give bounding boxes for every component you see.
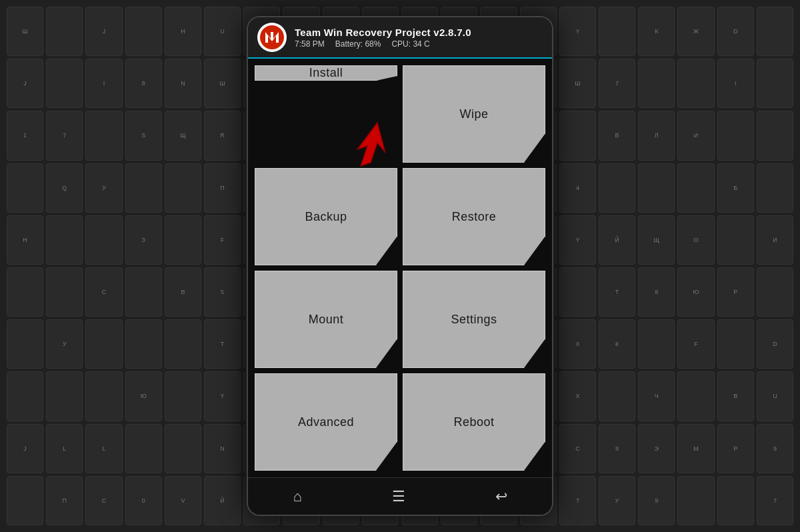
navigation-bar: ⌂ ☰ ↩: [248, 477, 552, 515]
twrp-logo: [257, 23, 287, 52]
advanced-button[interactable]: Advanced: [255, 373, 397, 471]
restore-button[interactable]: Restore: [403, 168, 545, 265]
backup-button[interactable]: Backup: [255, 168, 397, 265]
app-title: Team Win Recovery Project v2.8.7.0: [295, 27, 471, 38]
settings-button[interactable]: Settings: [403, 271, 545, 368]
svg-marker-1: [357, 123, 385, 166]
twrp-info: Team Win Recovery Project v2.8.7.0 7:58 …: [295, 27, 471, 49]
wipe-button[interactable]: Wipe: [403, 65, 545, 163]
red-arrow-cursor: [337, 116, 391, 169]
battery-display: Battery: 68%: [335, 39, 381, 49]
back-nav-button[interactable]: ↩: [490, 483, 513, 511]
menu-nav-button[interactable]: ☰: [387, 483, 411, 511]
reboot-button[interactable]: Reboot: [403, 373, 545, 471]
main-content: Install Wipe Backup Restore Mount Sett: [248, 59, 552, 477]
cpu-display: CPU: 34 C: [391, 39, 429, 49]
twrp-header: Team Win Recovery Project v2.8.7.0 7:58 …: [248, 17, 552, 59]
mount-button[interactable]: Mount: [255, 271, 397, 368]
install-button[interactable]: Install: [255, 65, 397, 81]
time-display: 7:58 PM: [295, 39, 325, 49]
home-nav-button[interactable]: ⌂: [287, 483, 307, 511]
status-bar: 7:58 PM Battery: 68% CPU: 34 C: [295, 39, 471, 49]
button-grid: Install Wipe Backup Restore Mount Sett: [255, 65, 545, 471]
phone-device: Team Win Recovery Project v2.8.7.0 7:58 …: [247, 16, 553, 516]
